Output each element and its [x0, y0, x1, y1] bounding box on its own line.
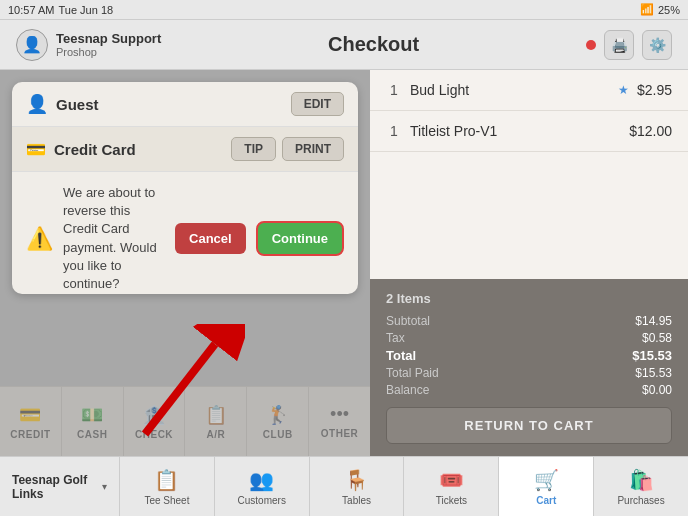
- arrow-container: [12, 304, 358, 444]
- customers-icon: 👥: [249, 468, 274, 492]
- right-panel: 1 Bud Light ★ $2.95 1 Titleist Pro-V1 $1…: [370, 70, 688, 456]
- total-value: $15.53: [533, 348, 672, 363]
- nav-item-cart[interactable]: 🛒 Cart: [499, 457, 594, 516]
- item-count: 2 Items: [386, 291, 672, 306]
- user-name: Teesnap Support: [56, 31, 161, 46]
- warning-text: We are about to reverse this Credit Card…: [63, 184, 165, 293]
- subtotal-value: $14.95: [533, 314, 672, 328]
- status-time: 10:57 AM: [8, 4, 54, 16]
- user-sub: Proshop: [56, 46, 161, 58]
- cc-actions: TIP PRINT: [231, 137, 344, 161]
- bottom-nav: Teesnap Golf Links ▾ 📋 Tee Sheet 👥 Custo…: [0, 456, 688, 516]
- star-icon-1: ★: [618, 83, 629, 97]
- tax-label: Tax: [386, 331, 525, 345]
- chevron-down-icon: ▾: [102, 481, 107, 492]
- nav-item-tables[interactable]: 🪑 Tables: [310, 457, 405, 516]
- cart-summary: 2 Items Subtotal $14.95 Tax $0.58 Total …: [370, 279, 688, 456]
- edit-button[interactable]: EDIT: [291, 92, 344, 116]
- left-panel: 👤 Guest EDIT 💳 Credit Card TIP PRINT: [0, 70, 370, 456]
- cart-icon: 🛒: [534, 468, 559, 492]
- nav-items: 📋 Tee Sheet 👥 Customers 🪑 Tables 🎟️ Tick…: [120, 457, 688, 516]
- guest-icon: 👤: [26, 93, 48, 115]
- purchases-icon: 🛍️: [629, 468, 654, 492]
- nav-item-tee-sheet[interactable]: 📋 Tee Sheet: [120, 457, 215, 516]
- total-paid-value: $15.53: [533, 366, 672, 380]
- cart-item-bud-light[interactable]: 1 Bud Light ★ $2.95: [370, 70, 688, 111]
- battery-text: 25%: [658, 4, 680, 16]
- item-name-2: Titleist Pro-V1: [410, 123, 621, 139]
- item-qty-2: 1: [386, 123, 402, 139]
- page-title: Checkout: [328, 33, 419, 56]
- user-details: Teesnap Support Proshop: [56, 31, 161, 58]
- settings-icon[interactable]: ⚙️: [642, 30, 672, 60]
- status-bar: 10:57 AM Tue Jun 18 📶 25%: [0, 0, 688, 20]
- item-price-2: $12.00: [629, 123, 672, 139]
- total-paid-label: Total Paid: [386, 366, 525, 380]
- svg-line-1: [145, 344, 215, 434]
- nav-item-tickets[interactable]: 🎟️ Tickets: [404, 457, 499, 516]
- cart-item-titleist[interactable]: 1 Titleist Pro-V1 $12.00: [370, 111, 688, 152]
- cart-items: 1 Bud Light ★ $2.95 1 Titleist Pro-V1 $1…: [370, 70, 688, 279]
- continue-button[interactable]: Continue: [256, 221, 344, 256]
- venue-info[interactable]: Teesnap Golf Links ▾: [0, 457, 120, 516]
- item-price-1: $2.95: [637, 82, 672, 98]
- avatar-icon: 👤: [22, 35, 42, 54]
- avatar: 👤: [16, 29, 48, 61]
- nav-item-purchases[interactable]: 🛍️ Purchases: [594, 457, 688, 516]
- balance-value: $0.00: [533, 383, 672, 397]
- balance-label: Balance: [386, 383, 525, 397]
- item-qty-1: 1: [386, 82, 402, 98]
- credit-card-row: 💳 Credit Card TIP PRINT: [12, 127, 358, 172]
- warning-row: ⚠️ We are about to reverse this Credit C…: [12, 172, 358, 294]
- nav-item-customers[interactable]: 👥 Customers: [215, 457, 310, 516]
- arrow-icon: [125, 324, 245, 444]
- tip-button[interactable]: TIP: [231, 137, 276, 161]
- checkout-card: 👤 Guest EDIT 💳 Credit Card TIP PRINT: [12, 82, 358, 294]
- return-to-cart-button[interactable]: RETURN TO CART: [386, 407, 672, 444]
- dialog-overlay: 👤 Guest EDIT 💳 Credit Card TIP PRINT: [0, 70, 370, 456]
- warning-icon: ⚠️: [26, 226, 53, 252]
- user-info-container: 👤 Teesnap Support Proshop: [16, 29, 161, 61]
- notification-dot: [586, 40, 596, 50]
- venue-name: Teesnap Golf Links: [12, 473, 98, 501]
- guest-label: Guest: [56, 96, 283, 113]
- header: 👤 Teesnap Support Proshop Checkout 🖨️ ⚙️: [0, 20, 688, 70]
- subtotal-label: Subtotal: [386, 314, 525, 328]
- item-name-1: Bud Light: [410, 82, 610, 98]
- tax-value: $0.58: [533, 331, 672, 345]
- total-label: Total: [386, 348, 525, 363]
- guest-row: 👤 Guest EDIT: [12, 82, 358, 127]
- summary-grid: Subtotal $14.95 Tax $0.58 Total $15.53 T…: [386, 314, 672, 397]
- print-icon[interactable]: 🖨️: [604, 30, 634, 60]
- tables-icon: 🪑: [344, 468, 369, 492]
- cancel-button[interactable]: Cancel: [175, 223, 246, 254]
- tickets-icon: 🎟️: [439, 468, 464, 492]
- tee-sheet-icon: 📋: [154, 468, 179, 492]
- credit-card-icon: 💳: [26, 140, 46, 159]
- status-date: Tue Jun 18: [58, 4, 113, 16]
- print-button[interactable]: PRINT: [282, 137, 344, 161]
- cc-label: Credit Card: [54, 141, 223, 158]
- status-icons: 📶 25%: [640, 3, 680, 16]
- wifi-icon: 📶: [640, 3, 654, 16]
- header-actions: 🖨️ ⚙️: [586, 30, 672, 60]
